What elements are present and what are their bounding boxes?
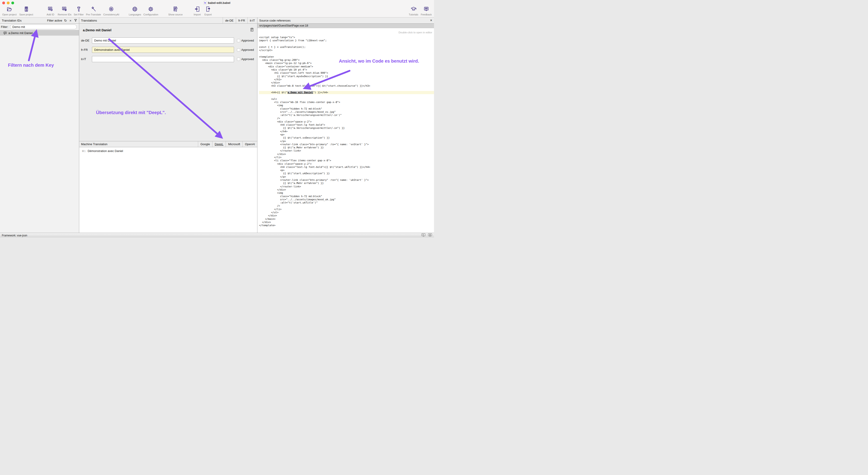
translation-id-list: a.Demo mit Daniel bbox=[0, 30, 79, 36]
feedback-bubble-icon bbox=[423, 6, 429, 13]
translation-row-de: de-DE Approved bbox=[81, 37, 255, 43]
mt-suggestion-text: Démonstration avec Daniel bbox=[88, 149, 123, 152]
window-title-text: babel-edit.babel bbox=[208, 1, 230, 4]
remove-ids-button[interactable]: Remove IDs bbox=[58, 6, 71, 16]
filter-label: Filter: bbox=[1, 25, 8, 29]
translations-body: a.Demo mit Daniel de-DE Approved fr-FR bbox=[79, 24, 257, 141]
approved-checkbox-it[interactable] bbox=[237, 58, 240, 61]
mt-tab-microsoft[interactable]: Microsoft bbox=[226, 141, 242, 147]
approved-checkbox-fr[interactable] bbox=[237, 48, 240, 52]
translation-row-it: it-IT Approved bbox=[81, 56, 255, 62]
source-code-title: Source code references bbox=[259, 19, 290, 22]
open-folder-icon bbox=[6, 6, 12, 13]
lang-label-de: de-DE bbox=[81, 39, 92, 42]
source-reference-row[interactable]: src/pages/start/GuestStartPage.vue:18 bbox=[257, 24, 434, 28]
set-filter-button[interactable]: Set Filter bbox=[74, 6, 84, 16]
add-id-bubble-plus-icon bbox=[48, 6, 53, 13]
machine-translation-title: Machine Translation bbox=[81, 142, 107, 146]
export-button[interactable]: Export bbox=[203, 6, 213, 16]
main-area: Translation IDs Filter active ↻ × Filter… bbox=[0, 18, 434, 233]
machine-translation-header: Machine Translation Google DeepL Microso… bbox=[79, 141, 257, 147]
pre-translate-button[interactable]: Pre-Translate bbox=[86, 6, 101, 16]
translation-row-fr: fr-FR Approved bbox=[81, 47, 255, 53]
filter-funnel-icon[interactable] bbox=[74, 19, 77, 22]
lang-tab-fr[interactable]: fr-FR bbox=[236, 18, 247, 23]
clear-filter-icon[interactable]: × bbox=[69, 19, 72, 22]
add-id-button[interactable]: Add ID bbox=[45, 6, 55, 16]
brain-check-icon bbox=[108, 6, 114, 13]
translation-input-de[interactable] bbox=[92, 37, 234, 43]
import-arrow-icon bbox=[194, 6, 200, 13]
annotation-deepl: Übersetzung direkt mit "DeepL". bbox=[96, 110, 166, 115]
annotation-code-usage: Ansicht, wo im Code es benutzt wird. bbox=[339, 59, 419, 64]
list-item-translation-id[interactable]: a.Demo mit Daniel bbox=[0, 30, 79, 36]
window-chrome: b babel-edit.babel Open project Save pro… bbox=[0, 0, 434, 18]
approved-fr: Approved bbox=[237, 48, 255, 52]
translation-id-label: a.Demo mit Daniel bbox=[8, 31, 33, 35]
refresh-icon[interactable]: ↻ bbox=[64, 19, 67, 22]
languages-button[interactable]: Languages bbox=[129, 6, 141, 16]
show-source-button[interactable]: Show source bbox=[168, 6, 183, 16]
mt-tab-openai[interactable]: OpenAI bbox=[242, 141, 257, 147]
translation-ids-header: Translation IDs Filter active ↻ × bbox=[0, 18, 79, 24]
translation-ids-title: Translation IDs bbox=[2, 19, 22, 22]
translation-memory-bubble-icon[interactable] bbox=[421, 233, 426, 238]
close-panel-icon[interactable]: × bbox=[430, 19, 432, 22]
traffic-lights bbox=[2, 2, 14, 4]
lang-tab-it[interactable]: it-IT bbox=[247, 18, 257, 23]
tutorials-button[interactable]: Tutorials bbox=[409, 6, 418, 16]
zoom-window-button[interactable] bbox=[11, 2, 14, 4]
translation-input-it[interactable] bbox=[92, 56, 234, 62]
graduation-cap-icon bbox=[411, 6, 416, 13]
framework-label: Framework: vue-json bbox=[2, 234, 27, 237]
annotation-filter-key: Filtern nach dem Key bbox=[8, 63, 54, 68]
import-button[interactable]: Import bbox=[192, 6, 202, 16]
export-arrow-icon bbox=[205, 6, 211, 13]
source-code-header: Source code references × bbox=[257, 18, 434, 24]
consistency-ai-button[interactable]: ConsistencyAI bbox=[103, 6, 119, 16]
approved-it: Approved bbox=[237, 57, 255, 61]
source-eye-icon bbox=[173, 6, 178, 13]
save-project-button[interactable]: Save project bbox=[19, 6, 33, 16]
magic-wand-icon bbox=[91, 6, 96, 13]
gear-icon bbox=[148, 6, 154, 13]
remove-id-bubble-minus-icon bbox=[62, 6, 67, 13]
filter-row: Filter: bbox=[0, 24, 79, 30]
filter-active-label: Filter active bbox=[47, 19, 62, 22]
window-title: b babel-edit.babel bbox=[204, 1, 230, 4]
filter-input[interactable] bbox=[10, 25, 77, 29]
toolbar: Open project Save project Add ID Remove … bbox=[0, 5, 434, 17]
mt-shortcut-badge: ⌘1 bbox=[82, 150, 86, 152]
star-badge-icon[interactable] bbox=[428, 233, 432, 238]
approved-checkbox-de[interactable] bbox=[237, 39, 240, 42]
approved-de: Approved bbox=[237, 39, 255, 42]
translations-panel: Translations de-DE fr-FR it-IT a.Demo mi… bbox=[79, 18, 257, 233]
titlebar: b babel-edit.babel bbox=[0, 0, 434, 5]
translation-input-fr[interactable] bbox=[92, 47, 234, 53]
minimize-window-button[interactable] bbox=[7, 2, 9, 4]
comment-bubble-icon bbox=[3, 32, 7, 35]
lang-label-it: it-IT bbox=[81, 57, 92, 61]
globe-icon bbox=[132, 6, 138, 13]
translation-ids-panel: Translation IDs Filter active ↻ × Filter… bbox=[0, 18, 79, 233]
funnel-icon bbox=[76, 6, 82, 13]
translations-header: Translations de-DE fr-FR it-IT bbox=[79, 18, 257, 24]
source-code-panel: Source code references × src/pages/start… bbox=[257, 18, 434, 233]
translations-title: Translations bbox=[81, 19, 97, 22]
mt-tab-google[interactable]: Google bbox=[198, 141, 212, 147]
document-icon: b bbox=[204, 1, 207, 4]
lang-tab-de[interactable]: de-DE bbox=[223, 18, 236, 23]
selected-id-heading: a.Demo mit Daniel bbox=[83, 28, 112, 32]
save-floppy-icon bbox=[23, 6, 29, 13]
close-window-button[interactable] bbox=[2, 2, 5, 4]
lang-label-fr: fr-FR bbox=[81, 48, 92, 52]
status-bar: Framework: vue-json bbox=[0, 233, 434, 238]
feedback-button[interactable]: Feedback bbox=[421, 6, 432, 16]
configuration-button[interactable]: Configuration bbox=[144, 6, 158, 16]
mt-tab-deepl[interactable]: DeepL bbox=[212, 141, 226, 147]
machine-translation-body: ⌘1 Démonstration avec Daniel bbox=[79, 147, 257, 233]
open-in-editor-hint: Double-click to open in editor bbox=[257, 28, 434, 34]
mt-suggestion-row[interactable]: ⌘1 Démonstration avec Daniel bbox=[79, 149, 257, 152]
open-project-button[interactable]: Open project bbox=[2, 6, 17, 16]
notes-icon[interactable] bbox=[250, 28, 254, 33]
